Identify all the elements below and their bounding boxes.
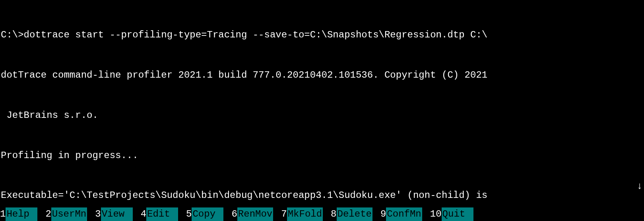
fn-number: 10 bbox=[430, 207, 442, 221]
fn-number: 3 bbox=[95, 207, 101, 221]
fn-key-6[interactable]: 6RenMov bbox=[231, 207, 273, 221]
fn-number: 7 bbox=[281, 207, 287, 221]
fn-number: 6 bbox=[231, 207, 237, 221]
terminal-line: C:\>dottrace start --profiling-type=Trac… bbox=[1, 28, 643, 42]
terminal-line: JetBrains s.r.o. bbox=[1, 109, 643, 122]
fn-label: RenMov bbox=[237, 207, 273, 221]
terminal-line: Profiling in progress... bbox=[1, 149, 643, 162]
fn-number: 1 bbox=[0, 207, 6, 221]
fn-number: 2 bbox=[45, 207, 51, 221]
fn-number: 4 bbox=[141, 207, 146, 221]
fn-key-2[interactable]: 2UserMn bbox=[45, 207, 87, 221]
fn-key-10[interactable]: 10Quit bbox=[430, 207, 473, 221]
function-key-bar: 1Help 2UserMn 3View 4Edit 5Copy 6RenMov … bbox=[0, 207, 644, 221]
terminal-line: dotTrace command-line profiler 2021.1 bu… bbox=[1, 68, 643, 82]
fn-number: 5 bbox=[186, 207, 192, 221]
fn-label: Quit bbox=[442, 207, 473, 221]
fn-label: ConfMn bbox=[386, 207, 422, 221]
fn-key-4[interactable]: 4Edit bbox=[141, 207, 178, 221]
fn-key-3[interactable]: 3View bbox=[95, 207, 132, 221]
fn-key-1[interactable]: 1Help bbox=[0, 207, 37, 221]
fn-key-8[interactable]: 8Delete bbox=[331, 207, 372, 221]
fn-label: UserMn bbox=[51, 207, 87, 221]
fn-number: 8 bbox=[331, 207, 336, 221]
terminal-line: Executable='C:\TestProjects\Sudoku\bin\d… bbox=[1, 189, 643, 202]
scroll-down-icon: ↓ bbox=[637, 180, 642, 193]
fn-key-7[interactable]: 7MkFold bbox=[281, 207, 323, 221]
fn-label: Copy bbox=[192, 207, 223, 221]
terminal-output[interactable]: C:\>dottrace start --profiling-type=Trac… bbox=[0, 0, 644, 221]
fn-label: Edit bbox=[146, 207, 178, 221]
fn-label: MkFold bbox=[287, 207, 323, 221]
fn-label: Help bbox=[6, 207, 37, 221]
fn-key-5[interactable]: 5Copy bbox=[186, 207, 223, 221]
fn-key-9[interactable]: 9ConfMn bbox=[380, 207, 422, 221]
fn-label: Delete bbox=[337, 207, 372, 221]
fn-label: View bbox=[101, 207, 133, 221]
fn-number: 9 bbox=[380, 207, 386, 221]
